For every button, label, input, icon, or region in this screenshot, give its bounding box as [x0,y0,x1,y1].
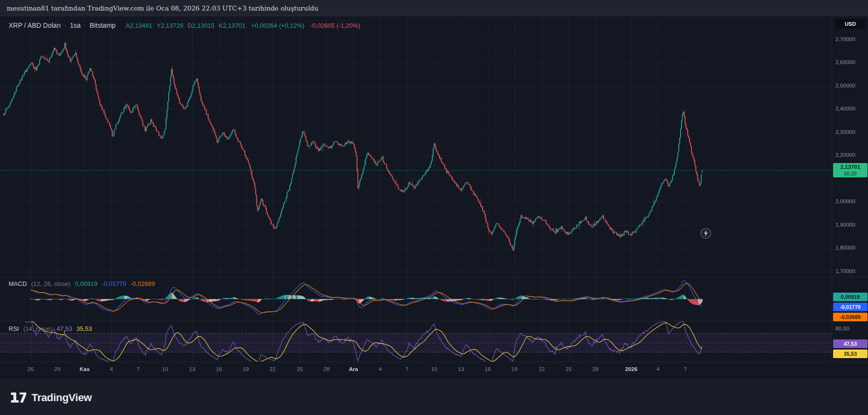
macd-histogram-value: 0,00919 [75,280,98,287]
rsi-legend: RSI (14, close) 47,53 35,53 [9,325,92,332]
time-tick-label: 19 [512,366,518,372]
time-tick-label: 25 [297,366,303,372]
tradingview-logo[interactable]: TradingView [10,392,92,404]
currency-toggle-button[interactable]: USD [835,19,865,29]
time-tick-label: 13 [458,366,464,372]
tradingview-wordmark: TradingView [32,392,92,404]
low-value: 2,13015 [192,22,215,29]
price-tick-label: 2,60000 [835,59,856,65]
price-tick-label: 2,00000 [835,198,856,204]
chart-area: XRP / ABD Doları · 1sa · Bitstamp A2,134… [0,16,868,380]
macd-title[interactable]: MACD [9,280,27,287]
time-tick-label: 4 [379,366,382,372]
legend-separator: · [64,22,66,29]
symbol-name[interactable]: XRP / ABD Doları [9,22,61,29]
time-tick-label: 4 [110,366,113,372]
macd-legend: MACD (12, 26, close) 0,00919 -0,01770 -0… [9,280,155,287]
macd-axis-flag: -0,01770 [833,303,868,311]
price-tick-label: 1,90000 [835,222,856,228]
time-tick-label: 16 [216,366,222,372]
rsi-ma-value: 35,53 [77,325,92,332]
time-tick-label: 22 [270,366,276,372]
pane-divider[interactable] [0,277,868,277]
time-tick-label: 25 [566,366,572,372]
close-label: K [219,22,223,29]
day-change-value: -0,02605 (-1,20%) [310,22,361,29]
price-tick-label: 1,70000 [835,268,856,274]
close-value: 2,13701 [223,22,245,29]
time-tick-label: 19 [243,366,249,372]
bar-change-value: +0,00264 (+0,12%) [251,22,304,29]
rsi-axis-flag: 47,53 [833,339,868,348]
price-tick-label: 2,20000 [835,152,856,158]
rsi-axis-flag: 35,53 [833,349,868,358]
time-tick-label: 10 [162,366,168,372]
tradingview-glyph-icon [10,393,27,403]
price-tick-label: 2,70000 [835,36,856,42]
rsi-scale-tick: 80,00 [835,326,849,331]
pane-divider[interactable] [0,321,868,321]
time-tick-label: Ara [349,366,358,372]
macd-axis-flag: 0,00919 [833,293,868,301]
attribution-bar: mesutinan81 tarafından TradingView.com i… [0,0,868,16]
time-tick-label: 7 [684,366,687,372]
rsi-params: (14, close) [23,325,53,332]
time-tick-label: 26 [28,366,34,372]
time-tick-label: 28 [593,366,599,372]
low-label: D [187,22,192,29]
macd-signal-value: -0,02689 [131,280,155,287]
high-value: 2,13729 [161,22,183,29]
footer-bar: TradingView [0,380,868,415]
time-tick-label: Kas [79,366,89,372]
macd-line-value: -0,01770 [102,280,126,287]
chart-legend: XRP / ABD Doları · 1sa · Bitstamp A2,134… [9,22,360,29]
ohlc-values: A2,13491 Y2,13729 D2,13015 K2,13701 +0,0… [121,22,361,29]
time-tick-label: 16 [485,366,491,372]
time-tick-label: 7 [137,366,140,372]
bar-countdown: 56:20 [833,171,868,176]
rsi-title[interactable]: RSI [9,325,19,332]
interval-value[interactable]: 1sa [70,22,81,29]
price-tick-label: 1,80000 [835,245,856,251]
price-tick-label: 2,40000 [835,106,856,111]
price-tick-label: 2,50000 [835,83,856,88]
time-tick-label: 13 [189,366,196,372]
rsi-value: 47,53 [56,325,72,332]
high-label: Y [157,22,161,29]
last-price-flag: 2,13701 56:20 [833,163,868,177]
lightning-clock-icon[interactable] [700,228,712,239]
time-tick-label: 22 [539,366,545,372]
time-scale[interactable]: 2629Kas4710131619222528Ara47101316192225… [0,362,868,380]
open-value: 2,13491 [130,22,153,29]
open-label: A [126,22,130,29]
time-tick-label: 10 [431,366,438,372]
last-price-value: 2,13701 [833,163,868,171]
time-tick-label: 29 [55,366,61,372]
price-tick-label: 2,30000 [835,129,856,135]
attribution-text: mesutinan81 tarafından TradingView.com i… [7,4,319,12]
time-tick-label: 2026 [625,366,637,372]
time-tick-label: 4 [657,366,659,372]
macd-params: (12, 26, close) [31,280,70,287]
chart-canvas[interactable] [0,16,868,362]
time-tick-label: 28 [324,366,330,372]
legend-separator: · [84,22,87,29]
macd-axis-flag: -0,02689 [833,313,868,321]
exchange-name[interactable]: Bitstamp [89,22,115,29]
price-scale[interactable]: USD 2,13701 56:20 2,700002,600002,500002… [832,16,868,362]
time-tick-label: 7 [406,366,408,372]
